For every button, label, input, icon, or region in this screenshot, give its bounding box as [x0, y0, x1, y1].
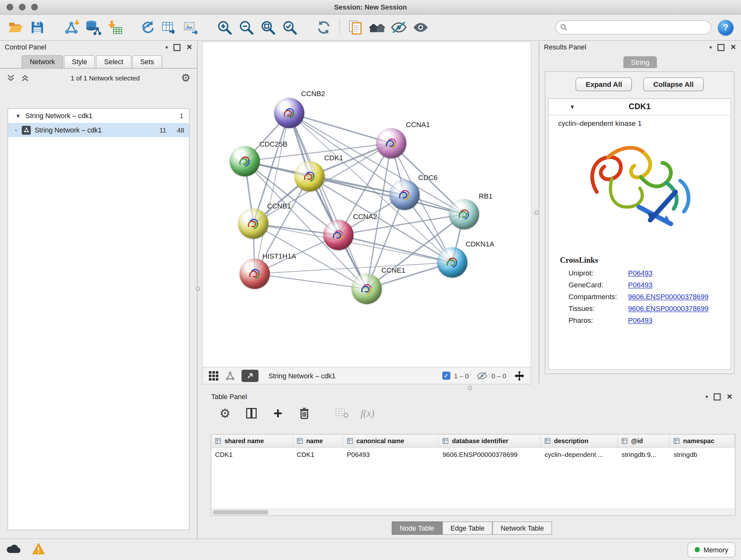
close-panel-icon[interactable]: ✕ — [727, 392, 733, 401]
delete-table-button[interactable] — [334, 405, 350, 421]
close-panel-icon[interactable]: ✕ — [731, 43, 737, 52]
tab-select[interactable]: Select — [96, 55, 131, 68]
tab-style[interactable]: Style — [64, 55, 95, 68]
save-session-button[interactable] — [26, 17, 48, 38]
crosslink-link[interactable]: 9606.ENSP00000378699 — [628, 305, 709, 313]
tab-network[interactable]: Network — [22, 55, 63, 68]
hidden-eye-slash-icon[interactable] — [476, 371, 488, 381]
horizontal-splitter-handle[interactable] — [468, 386, 472, 390]
show-annotations-button[interactable] — [410, 17, 431, 38]
column-header-canonical-name[interactable]: canonical name — [343, 435, 439, 447]
pan-tool-icon[interactable] — [514, 370, 525, 381]
copy-document-button[interactable] — [345, 17, 366, 38]
column-header-name[interactable]: name — [293, 435, 343, 447]
grid-view-icon[interactable] — [208, 370, 219, 381]
float-panel-icon[interactable]: ▾ — [165, 44, 168, 50]
network-node-ccna1[interactable] — [376, 128, 407, 159]
network-node-ccna2[interactable] — [323, 220, 354, 250]
network-view[interactable]: CCNB2 CCNA1 CDC25B CDK1 CDC6 RB1 CCNB1 — [202, 42, 531, 367]
maximize-panel-icon[interactable] — [714, 393, 721, 400]
column-header-database-identifier[interactable]: database identifier — [439, 435, 541, 447]
selected-checkbox-icon[interactable]: ✓ — [442, 372, 450, 380]
memory-button[interactable]: Memory — [687, 542, 735, 557]
network-node-cdkn1a[interactable] — [437, 247, 468, 278]
network-collection-row[interactable]: ▼ String Network – cdk1 1 — [8, 109, 189, 123]
network-node-ccnb1[interactable] — [238, 208, 268, 239]
table-horizontal-scrollbar[interactable] — [211, 509, 735, 515]
tab-node-table[interactable]: Node Table — [392, 521, 443, 535]
show-all-views-button[interactable] — [366, 17, 388, 38]
zoom-selected-button[interactable] — [279, 17, 300, 38]
column-header-shared-name[interactable]: shared name — [211, 435, 293, 447]
table-cell[interactable]: CDK1 — [293, 448, 343, 460]
tab-string[interactable]: String — [623, 56, 657, 68]
maximize-window-button[interactable] — [31, 4, 38, 10]
tab-edge-table[interactable]: Edge Table — [442, 521, 492, 535]
table-data-row[interactable]: CDK1CDK1P064939606.ENSP00000378699cyclin… — [211, 448, 735, 460]
tab-network-table[interactable]: Network Table — [493, 521, 552, 535]
zoom-out-button[interactable] — [235, 17, 257, 38]
zoom-in-button[interactable] — [213, 17, 235, 38]
network-node-hist1h1a[interactable] — [240, 259, 270, 289]
minimize-window-button[interactable] — [19, 4, 25, 10]
table-cell[interactable]: 9606.ENSP00000378699 — [439, 448, 541, 460]
network-node-ccne1[interactable] — [352, 273, 382, 304]
crosslink-link[interactable]: P06493 — [628, 316, 653, 324]
zoom-fit-button[interactable] — [257, 17, 279, 38]
import-table-button[interactable] — [104, 17, 126, 38]
export-table-button[interactable] — [158, 17, 180, 38]
column-header-namespac[interactable]: namespac — [670, 435, 735, 447]
show-columns-button[interactable] — [244, 405, 259, 421]
tab-sets[interactable]: Sets — [132, 55, 162, 68]
network-node-cdc25b[interactable] — [230, 146, 260, 177]
expand-all-icon[interactable] — [21, 74, 29, 82]
close-window-button[interactable] — [7, 4, 13, 10]
import-network-file-button[interactable] — [61, 17, 82, 38]
collapse-all-icon[interactable] — [7, 74, 15, 82]
float-panel-icon[interactable]: ▾ — [705, 394, 708, 400]
network-node-ccnb2[interactable] — [274, 98, 305, 128]
gear-icon[interactable]: ⚙ — [181, 73, 191, 83]
network-overview-icon[interactable] — [225, 370, 235, 381]
table-cell[interactable]: stringdb — [670, 448, 735, 460]
crosslink-link[interactable]: P06493 — [628, 269, 653, 277]
gene-expander-icon[interactable]: ▼ — [569, 104, 575, 110]
table-cell[interactable]: P06493 — [343, 448, 439, 460]
crosslink-link[interactable]: P06493 — [628, 281, 653, 289]
network-row-selected[interactable]: ● String Network – cdk1 11 48 — [8, 123, 189, 137]
export-image-button[interactable] — [180, 17, 201, 38]
collapse-all-button[interactable]: Collapse All — [643, 78, 704, 91]
scrollbar-thumb[interactable] — [212, 510, 268, 514]
tree-expander-icon[interactable]: ▼ — [16, 113, 21, 119]
cloud-button[interactable] — [6, 543, 22, 556]
float-panel-icon[interactable]: ▾ — [710, 44, 712, 50]
help-button[interactable]: ? — [718, 19, 733, 35]
left-splitter-handle[interactable] — [196, 287, 200, 291]
new-network-button[interactable] — [136, 17, 158, 38]
crosslink-link[interactable]: 9606.ENSP00000378699 — [628, 293, 709, 301]
import-network-database-button[interactable] — [82, 17, 104, 38]
table-cell[interactable]: CDK1 — [211, 448, 293, 460]
column-header-description[interactable]: description — [541, 435, 618, 447]
search-input[interactable] — [555, 20, 711, 35]
open-in-window-button[interactable] — [242, 369, 259, 382]
gene-card-header[interactable]: ▼ CDK1 — [549, 99, 731, 116]
warnings-button[interactable] — [32, 543, 45, 557]
close-panel-icon[interactable]: ✕ — [186, 43, 192, 52]
table-cell[interactable]: cyclin–dependent ... — [541, 448, 618, 460]
open-session-button[interactable] — [5, 17, 26, 38]
maximize-panel-icon[interactable] — [718, 44, 725, 51]
refresh-view-button[interactable] — [313, 17, 334, 38]
function-builder-button[interactable]: f(x) — [360, 408, 374, 419]
delete-column-button[interactable] — [296, 405, 313, 421]
table-settings-gear-icon[interactable]: ⚙ — [217, 405, 233, 421]
network-node-cdc6[interactable] — [389, 180, 420, 210]
column-header--id[interactable]: @id — [618, 435, 670, 447]
maximize-panel-icon[interactable] — [174, 44, 181, 51]
table-cell[interactable]: stringdb:9... — [618, 448, 670, 460]
right-splitter-handle[interactable] — [535, 210, 539, 214]
expand-all-button[interactable]: Expand All — [576, 78, 632, 91]
network-node-rb1[interactable] — [449, 199, 479, 229]
hide-annotations-button[interactable] — [388, 17, 410, 38]
add-column-button[interactable]: + — [270, 405, 286, 421]
